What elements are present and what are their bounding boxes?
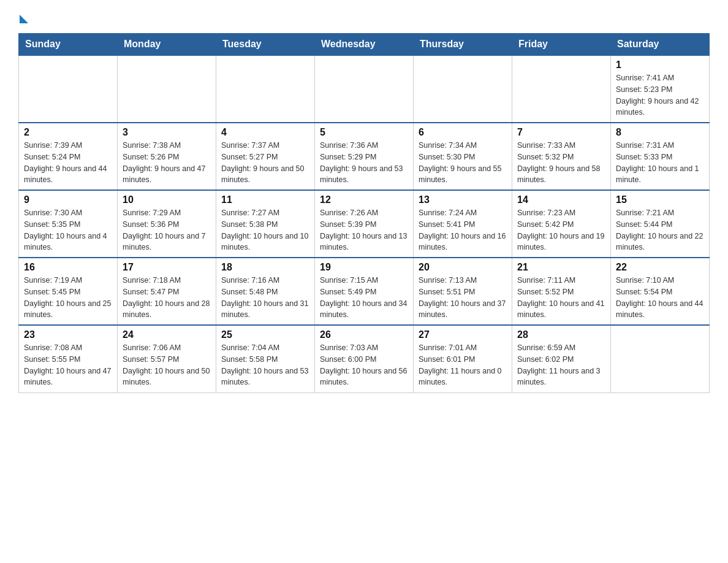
calendar-cell: 1Sunrise: 7:41 AMSunset: 5:23 PMDaylight…: [611, 55, 710, 123]
calendar-cell: 13Sunrise: 7:24 AMSunset: 5:41 PMDayligh…: [414, 190, 512, 258]
week-row-4: 16Sunrise: 7:19 AMSunset: 5:45 PMDayligh…: [19, 258, 710, 325]
day-info: Sunrise: 7:11 AMSunset: 5:52 PMDaylight:…: [517, 275, 605, 321]
calendar-cell: [414, 55, 512, 123]
day-info: Sunrise: 7:15 AMSunset: 5:49 PMDaylight:…: [320, 275, 408, 321]
day-info: Sunrise: 7:06 AMSunset: 5:57 PMDaylight:…: [123, 342, 211, 388]
day-info: Sunrise: 7:13 AMSunset: 5:51 PMDaylight:…: [419, 275, 507, 321]
day-number: 12: [320, 194, 408, 205]
day-info: Sunrise: 7:03 AMSunset: 6:00 PMDaylight:…: [320, 342, 408, 388]
day-info: Sunrise: 7:39 AMSunset: 5:24 PMDaylight:…: [24, 140, 112, 186]
calendar-cell: 5Sunrise: 7:36 AMSunset: 5:29 PMDaylight…: [315, 123, 414, 190]
day-number: 5: [320, 127, 408, 138]
calendar-cell: 8Sunrise: 7:31 AMSunset: 5:33 PMDaylight…: [611, 123, 710, 190]
calendar-cell: [19, 55, 118, 123]
day-number: 22: [616, 262, 704, 273]
day-number: 20: [419, 262, 507, 273]
weekday-header-thursday: Thursday: [414, 34, 512, 56]
header: [18, 12, 710, 21]
day-info: Sunrise: 7:23 AMSunset: 5:42 PMDaylight:…: [517, 207, 605, 253]
day-info: Sunrise: 7:34 AMSunset: 5:30 PMDaylight:…: [419, 140, 507, 186]
day-number: 13: [419, 194, 507, 205]
day-info: Sunrise: 7:33 AMSunset: 5:32 PMDaylight:…: [517, 140, 605, 186]
calendar-cell: 17Sunrise: 7:18 AMSunset: 5:47 PMDayligh…: [118, 258, 216, 325]
day-number: 25: [221, 329, 309, 340]
day-number: 27: [419, 329, 507, 340]
day-info: Sunrise: 7:21 AMSunset: 5:44 PMDaylight:…: [616, 207, 704, 253]
day-number: 14: [517, 194, 605, 205]
calendar-cell: [611, 325, 710, 393]
day-number: 7: [517, 127, 605, 138]
week-row-2: 2Sunrise: 7:39 AMSunset: 5:24 PMDaylight…: [19, 123, 710, 190]
logo: [18, 12, 28, 21]
weekday-header-saturday: Saturday: [611, 34, 710, 56]
day-info: Sunrise: 7:31 AMSunset: 5:33 PMDaylight:…: [616, 140, 704, 186]
calendar-cell: 26Sunrise: 7:03 AMSunset: 6:00 PMDayligh…: [315, 325, 414, 393]
day-number: 24: [123, 329, 211, 340]
week-row-3: 9Sunrise: 7:30 AMSunset: 5:35 PMDaylight…: [19, 190, 710, 258]
day-info: Sunrise: 7:01 AMSunset: 6:01 PMDaylight:…: [419, 342, 507, 388]
calendar-cell: 3Sunrise: 7:38 AMSunset: 5:26 PMDaylight…: [118, 123, 216, 190]
calendar-cell: 20Sunrise: 7:13 AMSunset: 5:51 PMDayligh…: [414, 258, 512, 325]
calendar-cell: [216, 55, 315, 123]
day-number: 19: [320, 262, 408, 273]
weekday-header-row: SundayMondayTuesdayWednesdayThursdayFrid…: [19, 34, 710, 56]
day-number: 2: [24, 127, 112, 138]
day-number: 23: [24, 329, 112, 340]
calendar-cell: 25Sunrise: 7:04 AMSunset: 5:58 PMDayligh…: [216, 325, 315, 393]
calendar-cell: 15Sunrise: 7:21 AMSunset: 5:44 PMDayligh…: [611, 190, 710, 258]
day-number: 18: [221, 262, 309, 273]
calendar-cell: [315, 55, 414, 123]
day-info: Sunrise: 7:08 AMSunset: 5:55 PMDaylight:…: [24, 342, 112, 388]
weekday-header-tuesday: Tuesday: [216, 34, 315, 56]
day-info: Sunrise: 7:38 AMSunset: 5:26 PMDaylight:…: [123, 140, 211, 186]
day-number: 21: [517, 262, 605, 273]
calendar-cell: 12Sunrise: 7:26 AMSunset: 5:39 PMDayligh…: [315, 190, 414, 258]
calendar-cell: [512, 55, 611, 123]
day-number: 6: [419, 127, 507, 138]
calendar-cell: 11Sunrise: 7:27 AMSunset: 5:38 PMDayligh…: [216, 190, 315, 258]
day-info: Sunrise: 7:36 AMSunset: 5:29 PMDaylight:…: [320, 140, 408, 186]
day-info: Sunrise: 7:24 AMSunset: 5:41 PMDaylight:…: [419, 207, 507, 253]
calendar-cell: 18Sunrise: 7:16 AMSunset: 5:48 PMDayligh…: [216, 258, 315, 325]
calendar-cell: 14Sunrise: 7:23 AMSunset: 5:42 PMDayligh…: [512, 190, 611, 258]
calendar-cell: 21Sunrise: 7:11 AMSunset: 5:52 PMDayligh…: [512, 258, 611, 325]
calendar-cell: 6Sunrise: 7:34 AMSunset: 5:30 PMDaylight…: [414, 123, 512, 190]
calendar-table: SundayMondayTuesdayWednesdayThursdayFrid…: [18, 33, 710, 393]
day-info: Sunrise: 7:16 AMSunset: 5:48 PMDaylight:…: [221, 275, 309, 321]
day-number: 1: [616, 59, 704, 71]
day-info: Sunrise: 7:19 AMSunset: 5:45 PMDaylight:…: [24, 275, 112, 321]
calendar-cell: 28Sunrise: 6:59 AMSunset: 6:02 PMDayligh…: [512, 325, 611, 393]
calendar-cell: [118, 55, 216, 123]
day-info: Sunrise: 7:29 AMSunset: 5:36 PMDaylight:…: [123, 207, 211, 253]
day-info: Sunrise: 7:26 AMSunset: 5:39 PMDaylight:…: [320, 207, 408, 253]
day-number: 28: [517, 329, 605, 340]
day-number: 17: [123, 262, 211, 273]
day-number: 9: [24, 194, 112, 205]
day-info: Sunrise: 7:10 AMSunset: 5:54 PMDaylight:…: [616, 275, 704, 321]
weekday-header-monday: Monday: [118, 34, 216, 56]
weekday-header-friday: Friday: [512, 34, 611, 56]
day-number: 8: [616, 127, 704, 138]
calendar-cell: 10Sunrise: 7:29 AMSunset: 5:36 PMDayligh…: [118, 190, 216, 258]
weekday-header-wednesday: Wednesday: [315, 34, 414, 56]
calendar-cell: 16Sunrise: 7:19 AMSunset: 5:45 PMDayligh…: [19, 258, 118, 325]
calendar-cell: 7Sunrise: 7:33 AMSunset: 5:32 PMDaylight…: [512, 123, 611, 190]
day-number: 3: [123, 127, 211, 138]
day-number: 11: [221, 194, 309, 205]
day-number: 15: [616, 194, 704, 205]
day-number: 26: [320, 329, 408, 340]
day-info: Sunrise: 7:37 AMSunset: 5:27 PMDaylight:…: [221, 140, 309, 186]
day-info: Sunrise: 6:59 AMSunset: 6:02 PMDaylight:…: [517, 342, 605, 388]
calendar-cell: 27Sunrise: 7:01 AMSunset: 6:01 PMDayligh…: [414, 325, 512, 393]
week-row-1: 1Sunrise: 7:41 AMSunset: 5:23 PMDaylight…: [19, 55, 710, 123]
weekday-header-sunday: Sunday: [19, 34, 118, 56]
calendar-cell: 4Sunrise: 7:37 AMSunset: 5:27 PMDaylight…: [216, 123, 315, 190]
calendar-cell: 24Sunrise: 7:06 AMSunset: 5:57 PMDayligh…: [118, 325, 216, 393]
calendar-cell: 9Sunrise: 7:30 AMSunset: 5:35 PMDaylight…: [19, 190, 118, 258]
day-info: Sunrise: 7:41 AMSunset: 5:23 PMDaylight:…: [616, 72, 704, 118]
calendar-cell: 2Sunrise: 7:39 AMSunset: 5:24 PMDaylight…: [19, 123, 118, 190]
day-info: Sunrise: 7:04 AMSunset: 5:58 PMDaylight:…: [221, 342, 309, 388]
day-number: 10: [123, 194, 211, 205]
calendar-cell: 23Sunrise: 7:08 AMSunset: 5:55 PMDayligh…: [19, 325, 118, 393]
day-number: 4: [221, 127, 309, 138]
